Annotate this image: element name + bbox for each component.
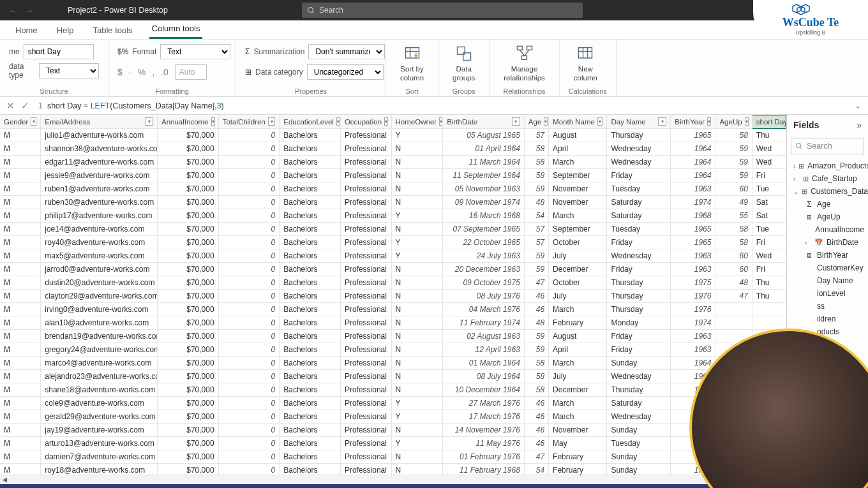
tab-home[interactable]: Home	[13, 22, 40, 39]
field-birthdate[interactable]: ›📅BirthDate	[788, 236, 867, 249]
field-age[interactable]: ΣAge	[788, 198, 867, 211]
filter-icon[interactable]: ▾	[597, 117, 603, 126]
formula-bar[interactable]: ✕ ✓ 1 short Day = LEFT(Customers_Data[Da…	[0, 97, 868, 115]
column-header-month-name[interactable]: Month Name▾	[549, 115, 607, 129]
group-formatting-label: Formatting	[117, 86, 227, 95]
column-header-emailaddress[interactable]: EmailAddress▾	[41, 115, 158, 129]
table-row[interactable]: Marturo13@adventure-works.com$70,0000Bac…	[0, 437, 786, 450]
table-row[interactable]: Mirving0@adventure-works.com$70,0000Bach…	[0, 303, 786, 316]
filter-icon[interactable]: ▾	[384, 117, 388, 126]
format-select[interactable]: Text	[160, 44, 230, 59]
table-row[interactable]: Mgregory24@adventure-works.com$70,0000Ba…	[0, 343, 786, 357]
column-header-birthdate[interactable]: BirthDate▾	[443, 115, 525, 129]
table-row[interactable]: Mruben1@adventure-works.com$70,0000Bache…	[0, 182, 786, 196]
field-annualincome[interactable]: AnnualIncome	[788, 223, 867, 236]
datacategory-select[interactable]: Uncategorized	[307, 64, 384, 80]
back-icon[interactable]: ←	[9, 6, 17, 15]
filter-icon[interactable]: ▾	[745, 117, 749, 126]
table-row[interactable]: Mshannon38@adventure-works.com$70,0000Ba…	[0, 142, 786, 156]
table-row[interactable]: Mmarco4@adventure-works.com$70,0000Bache…	[0, 357, 786, 370]
field-birthyear[interactable]: 🗏BirthYear	[788, 249, 867, 262]
table-row[interactable]: Mdamien7@adventure-works.com$70,0000Bach…	[0, 450, 786, 464]
table-row[interactable]: Mcole9@adventure-works.com$70,0000Bachel…	[0, 397, 786, 410]
column-header-occupation[interactable]: Occupation▾	[340, 115, 391, 129]
global-search[interactable]: Search	[302, 3, 583, 18]
filter-icon[interactable]: ▾	[31, 117, 36, 126]
tab-column-tools[interactable]: Column tools	[149, 20, 203, 39]
table-row[interactable]: Mdustin20@adventure-works.com$70,0000Bac…	[0, 276, 786, 290]
filter-icon[interactable]: ▾	[512, 117, 520, 126]
expand-formula-icon[interactable]: ⌄	[855, 101, 864, 110]
field-ageup[interactable]: 🗏AgeUp	[788, 211, 867, 223]
field-partial[interactable]: ildren	[788, 313, 867, 325]
percent-icon[interactable]: %	[138, 67, 146, 77]
table-row[interactable]: Mjoe14@adventure-works.com$70,0000Bachel…	[0, 223, 786, 236]
manage-relationships-button[interactable]: Manage relationships	[498, 43, 550, 84]
column-header-day-name[interactable]: Day Name▾	[607, 115, 671, 129]
tab-table-tools[interactable]: Table tools	[90, 22, 135, 39]
field-ss[interactable]: ss	[788, 300, 867, 313]
column-header-gender[interactable]: Gender▾	[0, 115, 41, 129]
table-row[interactable]: Mroy18@adventure-works.com$70,0000Bachel…	[0, 464, 786, 475]
table-node-amazon_products[interactable]: ›⊞Amazon_Products	[788, 159, 867, 172]
table-row[interactable]: Mroy40@adventure-works.com$70,0000Bachel…	[0, 236, 786, 249]
column-name-input[interactable]	[24, 44, 94, 59]
table-row[interactable]: Malan10@adventure-works.com$70,0000Bache…	[0, 316, 786, 330]
data-groups-button[interactable]: Data groups	[447, 43, 480, 84]
table-node-cafe_startup[interactable]: ›⊞Cafe_Startup	[788, 172, 867, 185]
forward-icon[interactable]: →	[25, 6, 33, 15]
filter-icon[interactable]: ▾	[268, 117, 276, 126]
column-header-birthyear[interactable]: BirthYear▾	[671, 115, 715, 129]
comma-icon[interactable]: ,	[152, 67, 154, 77]
decimal-places-input[interactable]	[175, 64, 207, 80]
column-header-age[interactable]: Age▾	[524, 115, 548, 129]
column-header-totalchildren[interactable]: TotalChildren▾	[218, 115, 280, 129]
data-grid[interactable]: Gender▾EmailAddress▾AnnualIncome▾TotalCh…	[0, 115, 786, 475]
column-header-educationlevel[interactable]: EducationLevel▾	[280, 115, 341, 129]
fields-search[interactable]: Search	[791, 138, 864, 154]
scroll-left-icon[interactable]: ◄	[0, 475, 10, 484]
table-row[interactable]: Mjulio1@adventure-works.com$70,0000Bache…	[0, 129, 786, 142]
relationships-icon	[516, 45, 534, 63]
filter-icon[interactable]: ▾	[336, 117, 340, 126]
table-node-customers_data[interactable]: ⌄⊞Customers_Data	[788, 185, 867, 198]
table-row[interactable]: Mbrendan19@adventure-works.com$70,0000Ba…	[0, 330, 786, 343]
table-row[interactable]: Malejandro23@adventure-works.com$70,0000…	[0, 370, 786, 383]
table-row[interactable]: Mshane18@adventure-works.com$70,0000Bach…	[0, 383, 786, 397]
cancel-formula-icon[interactable]: ✕	[6, 100, 15, 112]
table-row[interactable]: Medgar11@adventure-works.com$70,0000Bach…	[0, 156, 786, 169]
sort-by-column-button[interactable]: Sort by column	[395, 43, 429, 84]
table-row[interactable]: Mjarrod0@adventure-works.com$70,0000Bach…	[0, 263, 786, 276]
table-row[interactable]: Mclayton29@adventure-works.com$70,0000Ba…	[0, 290, 786, 303]
table-row[interactable]: Mmax5@adventure-works.com$70,0000Bachelo…	[0, 249, 786, 263]
column-header-ageup[interactable]: AgeUp▾	[715, 115, 752, 129]
column-header-short-day[interactable]: short Day▾	[752, 115, 786, 129]
table-row[interactable]: Mruben30@adventure-works.com$70,0000Bach…	[0, 196, 786, 209]
horizontal-scrollbar[interactable]: ◄ ►	[0, 475, 786, 484]
filter-icon[interactable]: ▾	[211, 117, 215, 126]
field-ionlevel[interactable]: ionLevel	[788, 287, 867, 300]
new-column-button[interactable]: New column	[569, 43, 602, 84]
filter-icon[interactable]: ▾	[707, 117, 711, 126]
table-row[interactable]: Mjessie9@adventure-works.com$70,0000Bach…	[0, 169, 786, 182]
fields-collapse-icon[interactable]: »	[857, 120, 862, 130]
table-row[interactable]: Mphilip17@adventure-works.com$70,0000Bac…	[0, 209, 786, 223]
filter-icon[interactable]: ▾	[145, 117, 153, 126]
svg-marker-18	[793, 4, 800, 13]
commit-formula-icon[interactable]: ✓	[21, 100, 29, 112]
datatype-select[interactable]: Text	[39, 63, 99, 78]
summarization-select[interactable]: Don't summarize	[308, 44, 385, 59]
field-day-name[interactable]: Day Name	[788, 274, 867, 287]
column-header-annualincome[interactable]: AnnualIncome▾	[158, 115, 219, 129]
currency-icon[interactable]: $	[117, 67, 123, 77]
column-header-homeowner[interactable]: HomeOwner▾	[391, 115, 443, 129]
filter-icon[interactable]: ▾	[544, 117, 548, 126]
filter-icon[interactable]: ▾	[658, 117, 666, 126]
formula-text[interactable]: 1 short Day = LEFT(Customers_Data[Day Na…	[38, 101, 224, 110]
svg-rect-2	[405, 48, 419, 58]
tab-help[interactable]: Help	[54, 22, 77, 39]
table-row[interactable]: Mjay19@adventure-works.com$70,0000Bachel…	[0, 424, 786, 437]
field-customerkey[interactable]: CustomerKey	[788, 262, 867, 274]
decimals-icon[interactable]: .0	[161, 67, 168, 77]
table-row[interactable]: Mgerald29@adventure-works.com$70,0000Bac…	[0, 410, 786, 424]
